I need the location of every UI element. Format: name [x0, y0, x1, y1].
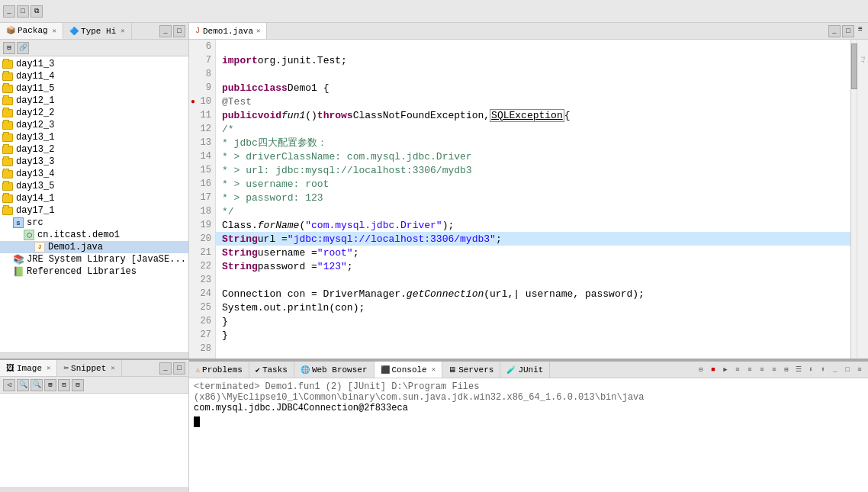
scrollbar-thumb[interactable]	[851, 43, 857, 89]
tree-scrollbar-h[interactable]	[0, 352, 188, 359]
tab-type-hierarchy[interactable]: 🔷 Type Hi ✕	[63, 23, 132, 39]
code-line-24[interactable]: Connection con = DriverManager.getConnec…	[216, 287, 850, 301]
folder-icon	[2, 195, 13, 203]
code-line-10[interactable]: @Test	[216, 95, 850, 108]
tree-item-day12_3[interactable]: day12_3	[0, 119, 188, 131]
tab-close-icon[interactable]: ✕	[53, 27, 56, 35]
line-num-27: 27	[189, 328, 215, 342]
code-line-14[interactable]: * > driverClassName: com.mysql.jdbc.Driv…	[216, 150, 850, 163]
code-line-23[interactable]	[216, 273, 850, 287]
editor-menu-btn[interactable]: ≡	[856, 25, 865, 37]
code-line-13[interactable]: * jdbc四大配置参数：	[216, 136, 850, 150]
code-line-6[interactable]	[216, 40, 850, 53]
code-line-20[interactable]: String url = "jdbc:mysql://localhost:330…	[216, 232, 850, 246]
console-clear-btn[interactable]: ⊟	[696, 365, 706, 375]
code-line-17[interactable]: * > password: 123	[216, 191, 850, 204]
panel-minimize-btn[interactable]: _	[159, 25, 172, 37]
lb-btn5[interactable]: ⊡	[58, 379, 70, 391]
editor-minimize-btn[interactable]: _	[828, 25, 841, 37]
tree-item-day12_2[interactable]: day12_2	[0, 107, 188, 119]
code-line-9[interactable]: public class Demo1 {	[216, 81, 850, 95]
editor-maximize-btn[interactable]: □	[842, 25, 854, 37]
lb-btn6[interactable]: ⊟	[72, 379, 84, 391]
tab-package-explorer[interactable]: 📦 Packag ✕	[0, 23, 63, 39]
console-maximize[interactable]: □	[842, 365, 853, 375]
tree-item-day14_1[interactable]: day14_1	[0, 192, 188, 204]
code-line-25[interactable]: System.out.println(con);	[216, 301, 850, 314]
tree-item-day13_4[interactable]: day13_4	[0, 168, 188, 180]
tree-item-cn.itcast.demo1[interactable]: ⬡cn.itcast.demo1	[0, 229, 188, 241]
lb-maximize-btn[interactable]: □	[173, 362, 185, 375]
code-content[interactable]: import org.junit.Test;public class Demo1…	[216, 40, 850, 359]
lb-tab-image[interactable]: 🖼 Image ✕	[0, 360, 57, 376]
editor-tab-demo1[interactable]: J Demo1.java ✕	[189, 23, 267, 39]
tree-item-src[interactable]: Ssrc	[0, 217, 188, 229]
console-btn4[interactable]: ≡	[769, 365, 780, 375]
console-stop-btn[interactable]: ■	[708, 365, 719, 375]
tab-servers[interactable]: 🖥 Servers	[442, 362, 500, 378]
code-line-18[interactable]: */	[216, 204, 850, 218]
code-line-12[interactable]: /*	[216, 122, 850, 136]
code-line-28[interactable]	[216, 342, 850, 355]
code-editor[interactable]: 6789101112131415161718192021222324252627…	[189, 40, 850, 359]
tree-item-day13_2[interactable]: day13_2	[0, 143, 188, 156]
minimize-btn[interactable]: _	[3, 5, 15, 18]
code-line-7[interactable]: import org.junit.Test;	[216, 53, 850, 67]
link-editor-btn[interactable]: 🔗	[17, 42, 29, 54]
restore-btn[interactable]: ⧉	[31, 5, 43, 18]
code-line-27[interactable]: }	[216, 328, 850, 342]
tab-problems[interactable]: ⚠ Problems	[189, 362, 249, 378]
tab-console-close[interactable]: ✕	[432, 365, 436, 374]
console-btn7[interactable]: ⬇	[805, 365, 816, 375]
lb-scrollbar-h[interactable]	[0, 487, 188, 492]
lb-btn4[interactable]: ⊞	[44, 379, 56, 391]
collapse-all-btn[interactable]: ⊟	[3, 42, 15, 54]
tree-item-day11_5[interactable]: day11_5	[0, 82, 188, 95]
panel-maximize-btn[interactable]: □	[173, 25, 185, 37]
lb-btn3[interactable]: 🔍	[31, 379, 43, 391]
code-line-15[interactable]: * > url: jdbc:mysql://localhost:3306/myd…	[216, 163, 850, 177]
tree-item-day12_1[interactable]: day12_1	[0, 95, 188, 107]
code-line-26[interactable]: }	[216, 314, 850, 328]
console-rerun-btn[interactable]: ▶	[720, 365, 731, 375]
tree-item-day13_1[interactable]: day13_1	[0, 131, 188, 143]
right-mini-label: Pr	[860, 56, 866, 64]
console-menu[interactable]: ≡	[854, 365, 865, 375]
console-btn8[interactable]: ⬆	[818, 365, 828, 375]
lb-btn2[interactable]: 🔍	[17, 379, 29, 391]
code-line-19[interactable]: Class.forName("com.mysql.jdbc.Driver");	[216, 218, 850, 232]
code-line-21[interactable]: String username = "root";	[216, 246, 850, 259]
console-btn5[interactable]: ⊞	[781, 365, 792, 375]
tab-web-browser[interactable]: 🌐 Web Browser	[294, 362, 375, 378]
console-btn6[interactable]: ☰	[793, 365, 804, 375]
lb-tab-image-close[interactable]: ✕	[47, 364, 50, 372]
code-line-22[interactable]: String password = "123";	[216, 259, 850, 273]
console-btn3[interactable]: ≡	[757, 365, 767, 375]
tab-console[interactable]: ⬛ Console ✕	[375, 362, 443, 378]
lb-btn1[interactable]: ◁	[3, 379, 15, 391]
lb-tab-snippet[interactable]: ✂ Snippet ✕	[57, 360, 121, 376]
tree-item-day11_3[interactable]: day11_3	[0, 58, 188, 70]
package-icon: 📦	[6, 26, 15, 35]
console-btn1[interactable]: ≡	[732, 365, 743, 375]
tab-junit[interactable]: 🧪 JUnit	[500, 362, 550, 378]
console-minimize[interactable]: _	[830, 365, 841, 375]
maximize-btn[interactable]: □	[17, 5, 29, 18]
tree-item-day13_5[interactable]: day13_5	[0, 180, 188, 192]
tree-item-day11_4[interactable]: day11_4	[0, 70, 188, 82]
lb-tab-snippet-close[interactable]: ✕	[111, 364, 114, 372]
tree-item-day17_1[interactable]: day17_1	[0, 204, 188, 217]
code-line-11[interactable]: public void fun1() throws ClassNotFoundE…	[216, 108, 850, 122]
editor-scrollbar-v[interactable]	[850, 40, 857, 359]
lb-minimize-btn[interactable]: _	[159, 362, 172, 375]
code-line-16[interactable]: * > username: root	[216, 177, 850, 191]
tree-item-day13_3[interactable]: day13_3	[0, 156, 188, 168]
tab-close-icon2[interactable]: ✕	[121, 27, 124, 35]
code-line-8[interactable]	[216, 67, 850, 81]
console-btn2[interactable]: ≡	[744, 365, 755, 375]
tree-item-demo1.java[interactable]: JDemo1.java	[0, 241, 188, 253]
tab-tasks[interactable]: ✔ Tasks	[249, 362, 294, 378]
tree-item-referenced-libraries[interactable]: 📗Referenced Libraries	[0, 265, 188, 278]
editor-tab-close[interactable]: ✕	[256, 27, 260, 35]
tree-item-jre-system-library-[javase...[interactable]: 📚JRE System Library [JavaSE...	[0, 253, 188, 265]
